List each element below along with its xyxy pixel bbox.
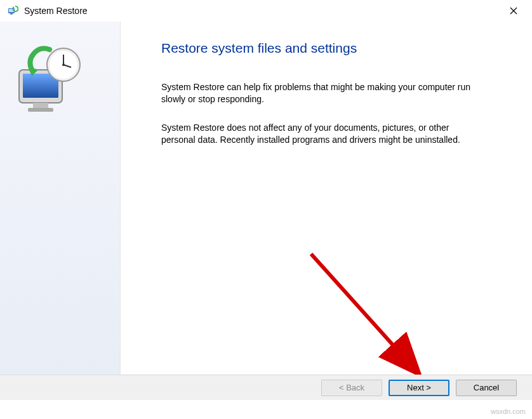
- window-title: System Restore: [24, 6, 499, 16]
- back-button: < Back: [321, 380, 382, 396]
- next-button[interactable]: Next >: [389, 380, 449, 396]
- sidebar: [0, 22, 121, 375]
- page-heading: Restore system files and settings: [161, 41, 507, 56]
- svg-rect-2: [10, 13, 13, 15]
- intro-paragraph-1: System Restore can help fix problems tha…: [161, 81, 472, 105]
- cancel-button[interactable]: Cancel: [456, 380, 517, 396]
- close-button[interactable]: [499, 1, 528, 20]
- close-icon: [510, 7, 517, 15]
- restore-illustration: [14, 41, 90, 117]
- intro-paragraph-2: System Restore does not affect any of yo…: [161, 122, 472, 146]
- svg-point-15: [62, 63, 65, 66]
- watermark: wsxdn.com: [491, 408, 526, 415]
- content-area: Restore system files and settings System…: [0, 22, 532, 375]
- main-content: Restore system files and settings System…: [121, 22, 532, 375]
- system-restore-icon: [6, 4, 19, 17]
- button-bar: < Back Next > Cancel: [0, 375, 532, 400]
- svg-rect-9: [33, 103, 48, 108]
- titlebar: System Restore: [0, 0, 532, 22]
- svg-rect-10: [28, 108, 53, 112]
